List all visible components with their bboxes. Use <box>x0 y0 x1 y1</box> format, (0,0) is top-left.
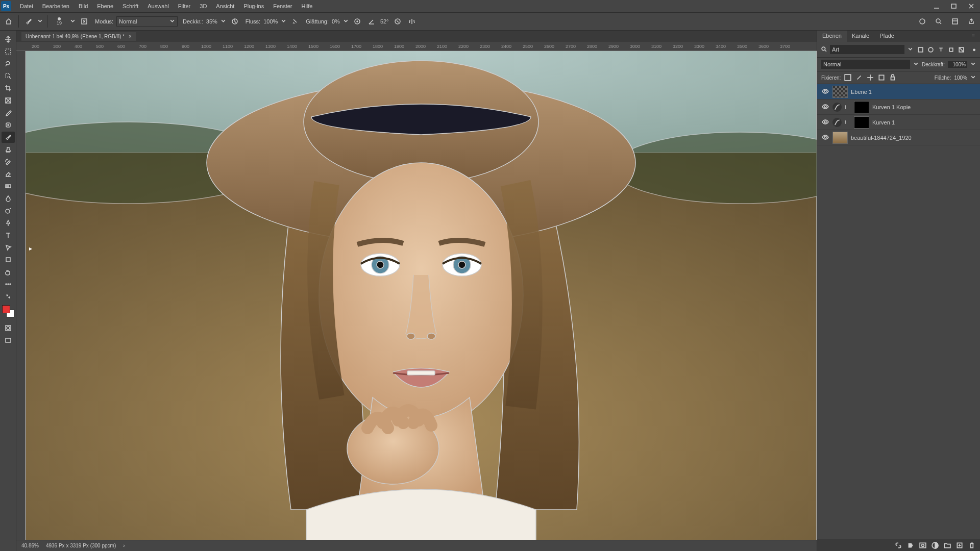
layer-filter-input[interactable] <box>830 45 904 54</box>
menu-plugins[interactable]: Plug-ins <box>239 2 268 11</box>
menu-ebene[interactable]: Ebene <box>92 2 118 11</box>
move-tool[interactable] <box>2 34 15 45</box>
opacity-dropdown-icon[interactable] <box>220 18 226 25</box>
filter-dropdown-icon[interactable] <box>908 46 913 53</box>
color-swap-icon[interactable] <box>2 291 15 302</box>
lock-pixels-icon[interactable] <box>855 73 863 82</box>
visibility-toggle-icon[interactable] <box>821 134 829 142</box>
layer-name[interactable]: beautiful-1844724_1920 <box>851 135 976 141</box>
layer-opacity-value[interactable]: 100% <box>948 61 967 68</box>
gradient-tool[interactable] <box>2 181 15 192</box>
ruler-vertical[interactable] <box>16 51 26 540</box>
symmetry-icon[interactable] <box>406 16 418 27</box>
stamp-tool[interactable] <box>2 144 15 155</box>
link-mask-icon[interactable]: ⁞ <box>845 119 851 125</box>
filter-smart-icon[interactable] <box>957 45 965 54</box>
lock-position-icon[interactable] <box>866 73 874 82</box>
marquee-tool[interactable] <box>2 46 15 57</box>
object-select-tool[interactable] <box>2 70 15 82</box>
fill-value[interactable]: 100% <box>954 75 967 81</box>
brush-panel-toggle-icon[interactable] <box>79 16 90 27</box>
canvas[interactable] <box>26 51 817 540</box>
airbrush-icon[interactable] <box>289 16 301 27</box>
link-mask-icon[interactable]: ⁞ <box>845 104 851 110</box>
path-select-tool[interactable] <box>2 242 15 253</box>
layer-name[interactable]: Ebene 1 <box>851 89 976 95</box>
ruler-horizontal[interactable]: 2003004005006007008009001000110012001300… <box>16 42 817 51</box>
menu-bild[interactable]: Bild <box>74 2 92 11</box>
workspace-icon[interactable] <box>949 16 961 27</box>
document-dimensions[interactable]: 4936 Px x 3319 Px (300 ppcm) <box>46 543 116 548</box>
hand-tool[interactable] <box>2 266 15 278</box>
color-picker[interactable] <box>2 305 14 317</box>
layer-blend-mode-select[interactable] <box>821 60 910 69</box>
lock-all-icon[interactable] <box>889 73 897 82</box>
share-icon[interactable] <box>966 16 977 27</box>
curves-adjust-icon[interactable] <box>832 118 842 127</box>
menu-bearbeiten[interactable]: Bearbeiten <box>38 2 74 11</box>
opacity-pressure-icon[interactable] <box>229 16 240 27</box>
shape-tool[interactable] <box>2 254 15 265</box>
screen-mode-icon[interactable] <box>2 335 15 346</box>
smoothing-dropdown-icon[interactable] <box>343 18 349 25</box>
type-tool[interactable] <box>2 230 15 241</box>
frame-tool[interactable] <box>2 95 15 106</box>
layer-row-background[interactable]: beautiful-1844724_1920 <box>817 130 980 145</box>
healing-tool[interactable] <box>2 119 15 131</box>
window-maximize-icon[interactable] <box>945 0 963 12</box>
crop-tool[interactable] <box>2 83 15 94</box>
tool-preset-dropdown-icon[interactable] <box>37 18 43 25</box>
window-minimize-icon[interactable] <box>928 0 945 12</box>
angle-icon[interactable] <box>366 16 377 27</box>
layer-name[interactable]: Kurven 1 <box>872 119 976 126</box>
layer-mask-thumb[interactable] <box>854 116 869 129</box>
eraser-tool[interactable] <box>2 168 15 180</box>
layer-row-kurven-1[interactable]: ⁞ Kurven 1 <box>817 115 980 130</box>
new-layer-icon[interactable] <box>955 541 964 549</box>
visibility-toggle-icon[interactable] <box>821 118 829 127</box>
menu-hilfe[interactable]: Hilfe <box>297 2 317 11</box>
menu-ansicht[interactable]: Ansicht <box>211 2 239 11</box>
menu-fenster[interactable]: Fenster <box>268 2 297 11</box>
filter-type-icon[interactable] <box>937 45 945 54</box>
adjustment-layer-icon[interactable] <box>931 541 939 549</box>
quick-mask-icon[interactable] <box>2 322 15 334</box>
lock-trans-icon[interactable] <box>844 73 852 82</box>
layer-row-kurven-1-kopie[interactable]: ⁞ Kurven 1 Kopie <box>817 99 980 115</box>
filter-toggle-icon[interactable]: ● <box>972 46 976 53</box>
more-tools[interactable] <box>2 279 15 290</box>
layer-mask-thumb[interactable] <box>854 101 869 113</box>
home-icon[interactable] <box>3 16 14 27</box>
blur-tool[interactable] <box>2 193 15 204</box>
fill-dropdown-icon[interactable] <box>970 74 976 81</box>
menu-3d[interactable]: 3D <box>195 2 211 11</box>
layer-style-icon[interactable] <box>906 541 915 549</box>
menu-schrift[interactable]: Schrift <box>118 2 143 11</box>
filter-pixel-icon[interactable] <box>916 45 924 54</box>
menu-auswahl[interactable]: Auswahl <box>143 2 174 11</box>
window-close-icon[interactable] <box>963 0 980 12</box>
menu-filter[interactable]: Filter <box>174 2 195 11</box>
brush-tool[interactable] <box>2 132 15 143</box>
layer-thumbnail[interactable] <box>832 86 848 98</box>
flow-value[interactable]: 100% <box>263 18 278 24</box>
layer-row-ebene-1[interactable]: Ebene 1 <box>817 84 980 99</box>
flow-dropdown-icon[interactable] <box>281 18 286 25</box>
angle-value[interactable]: 52° <box>380 18 389 24</box>
smoothing-value[interactable]: 0% <box>332 18 340 24</box>
layer-mask-icon[interactable] <box>919 541 927 549</box>
smoothing-options-icon[interactable] <box>352 16 363 27</box>
status-arrow-icon[interactable]: › <box>123 543 125 548</box>
visibility-toggle-icon[interactable] <box>821 88 829 96</box>
size-pressure-icon[interactable] <box>392 16 403 27</box>
filter-shape-icon[interactable] <box>947 45 955 54</box>
dodge-tool[interactable] <box>2 205 15 216</box>
filter-adjust-icon[interactable] <box>926 45 935 54</box>
delete-layer-icon[interactable] <box>968 541 976 549</box>
close-tab-icon[interactable]: × <box>129 34 132 39</box>
curves-adjust-icon[interactable] <box>832 103 842 112</box>
opacity-value[interactable]: 35% <box>206 18 217 24</box>
layer-name[interactable]: Kurven 1 Kopie <box>872 104 976 110</box>
menu-datei[interactable]: Datei <box>15 2 38 11</box>
eyedropper-tool[interactable] <box>2 107 15 118</box>
